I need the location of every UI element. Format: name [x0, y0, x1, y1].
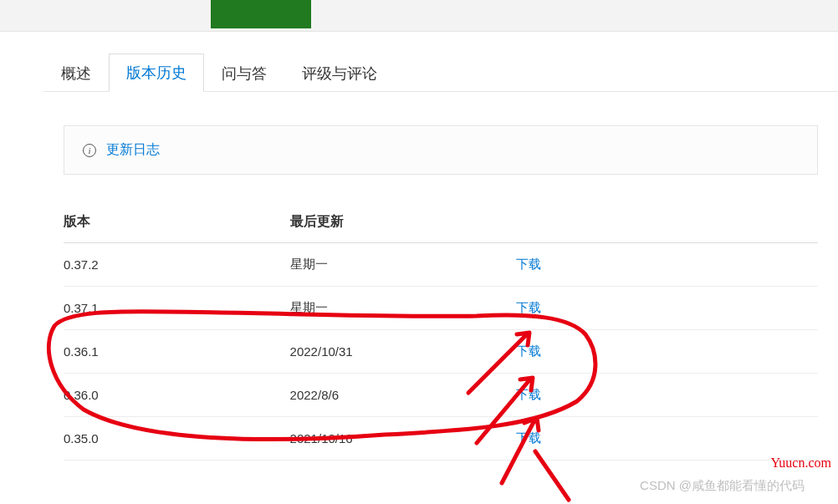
content-area: 概述 版本历史 问与答 评级与评论 i 更新日志 版本 最后更新 0.37.2 …	[0, 53, 838, 461]
cell-version: 0.35.0	[64, 417, 290, 461]
tab-reviews[interactable]: 评级与评论	[284, 54, 395, 92]
install-button[interactable]	[211, 0, 311, 28]
download-link[interactable]: 下载	[516, 344, 541, 358]
tabs-container: 概述 版本历史 问与答 评级与评论	[43, 53, 838, 92]
table-row: 0.37.2 星期一 下载	[64, 243, 818, 287]
cell-version: 0.36.1	[64, 330, 290, 374]
table-row: 0.36.0 2022/8/6 下载	[64, 374, 818, 417]
cell-updated: 星期一	[290, 287, 517, 330]
cell-updated: 2022/10/31	[290, 330, 517, 374]
cell-version: 0.37.2	[64, 243, 290, 287]
table-row: 0.36.1 2022/10/31 下载	[64, 330, 818, 374]
tab-overview[interactable]: 概述	[43, 54, 109, 92]
changelog-link[interactable]: 更新日志	[106, 141, 160, 159]
cell-version: 0.36.0	[64, 374, 290, 417]
cell-updated: 2021/10/16	[290, 417, 517, 461]
download-link[interactable]: 下载	[516, 430, 541, 445]
header-action	[516, 205, 818, 243]
table-row: 0.37.1 星期一 下载	[64, 287, 818, 330]
tab-version-history[interactable]: 版本历史	[109, 53, 204, 92]
download-link[interactable]: 下载	[516, 387, 541, 401]
watermark-csdn: CSDN @咸鱼都能看懂的代码	[640, 478, 805, 494]
download-link[interactable]: 下载	[516, 257, 541, 271]
watermark-site: Yuucn.com	[771, 456, 831, 471]
header-version: 版本	[64, 205, 290, 243]
header-updated: 最后更新	[290, 205, 517, 243]
download-link[interactable]: 下载	[516, 300, 541, 314]
cell-version: 0.37.1	[64, 287, 290, 330]
cell-updated: 2022/8/6	[290, 374, 517, 417]
table-row: 0.35.0 2021/10/16 下载	[64, 417, 818, 461]
version-table: 版本 最后更新 0.37.2 星期一 下载 0.37.1 星期一 下载 0.36…	[64, 205, 818, 461]
info-icon: i	[83, 144, 96, 157]
tab-qa[interactable]: 问与答	[204, 54, 284, 92]
version-table-area: 版本 最后更新 0.37.2 星期一 下载 0.37.1 星期一 下载 0.36…	[64, 205, 818, 461]
changelog-box: i 更新日志	[64, 125, 818, 175]
top-bar	[0, 0, 838, 32]
cell-updated: 星期一	[290, 243, 517, 287]
